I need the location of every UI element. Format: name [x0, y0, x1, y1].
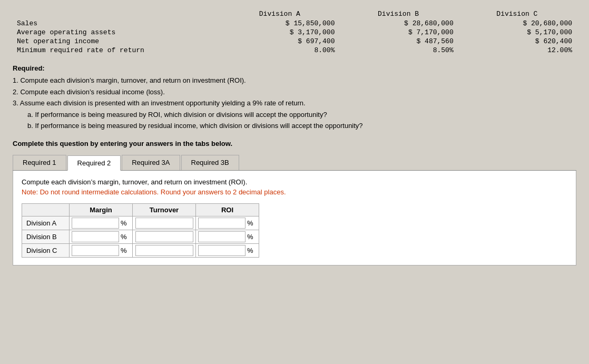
required-heading: Required:: [13, 64, 576, 72]
required-item-3b: b. If performance is being measured by r…: [27, 121, 576, 131]
table-row: Division B % %: [22, 230, 259, 243]
avg-assets-b: $ 7,170,000: [339, 28, 457, 37]
division-c-row-label: Division C: [22, 243, 70, 257]
required-item-3: 3. Assume each division is presented wit…: [13, 98, 576, 109]
min-rate-a: 8.00%: [220, 46, 339, 55]
table-row: Division C % %: [22, 243, 259, 257]
net-income-b: $ 487,560: [339, 37, 457, 46]
tabs-container: Required 1 Required 2 Required 3A Requir…: [13, 155, 576, 171]
division-c-turnover-input[interactable]: [135, 245, 193, 256]
sales-label: Sales: [13, 19, 220, 28]
division-b-roi-input-group: %: [198, 231, 257, 242]
col-header-turnover: Turnover: [133, 203, 196, 216]
col-header-margin: Margin: [70, 203, 133, 216]
division-a-roi-cell: %: [196, 216, 259, 230]
tab-required-2[interactable]: Required 2: [67, 155, 121, 171]
avg-assets-label: Average operating assets: [13, 28, 220, 37]
min-rate-b: 8.50%: [339, 46, 457, 55]
division-c-margin-cell: %: [70, 243, 133, 257]
net-income-c: $ 620,400: [458, 37, 576, 46]
division-c-roi-input-group: %: [198, 245, 257, 256]
division-c-roi-input[interactable]: [198, 245, 246, 256]
answer-table: Margin Turnover ROI Division A %: [22, 203, 259, 258]
col-header-empty: [22, 203, 70, 216]
division-a-margin-cell: %: [70, 216, 133, 230]
required-section: Required: 1. Compute each division’s mar…: [13, 64, 576, 131]
tab-required-3a[interactable]: Required 3A: [122, 155, 180, 170]
tab-note: Note: Do not round intermediate calculat…: [22, 188, 567, 196]
division-b-roi-input[interactable]: [198, 231, 246, 242]
min-rate-label: Minimum required rate of return: [13, 46, 220, 55]
division-b-margin-pct: %: [121, 233, 127, 241]
division-b-turnover-input[interactable]: [135, 231, 193, 242]
tab-instruction: Compute each division’s margin, turnover…: [22, 178, 567, 186]
tab-content: Compute each division’s margin, turnover…: [13, 171, 576, 265]
division-b-margin-cell: %: [70, 230, 133, 243]
division-c-margin-pct: %: [121, 247, 127, 254]
division-a-margin-pct: %: [121, 219, 127, 227]
division-a-turnover-input[interactable]: [135, 218, 193, 229]
col-header-roi: ROI: [196, 203, 259, 216]
division-a-roi-pct: %: [247, 219, 253, 227]
main-container: Division A Division B Division C Sales $…: [0, 0, 589, 364]
division-a-turnover-cell: [133, 216, 196, 230]
division-b-margin-input[interactable]: [72, 231, 119, 242]
data-table-section: Division A Division B Division C Sales $…: [13, 9, 576, 55]
division-c-margin-input[interactable]: [72, 245, 119, 256]
division-c-header: Division C: [458, 9, 576, 19]
tab-required-3b[interactable]: Required 3B: [181, 155, 239, 170]
table-row: Division A % %: [22, 216, 259, 230]
division-b-margin-input-group: %: [72, 231, 130, 242]
avg-assets-c: $ 5,170,000: [458, 28, 576, 37]
division-b-roi-pct: %: [247, 233, 253, 241]
division-a-roi-input[interactable]: [198, 218, 246, 229]
required-item-1: 1. Compute each division’s margin, turno…: [13, 75, 576, 86]
net-income-a: $ 697,400: [220, 37, 339, 46]
division-b-header: Division B: [339, 9, 457, 19]
net-income-label: Net operating income: [13, 37, 220, 46]
avg-assets-a: $ 3,170,000: [220, 28, 339, 37]
division-c-margin-input-group: %: [72, 245, 130, 256]
division-c-roi-cell: %: [196, 243, 259, 257]
division-a-row-label: Division A: [22, 216, 70, 230]
division-a-roi-input-group: %: [198, 218, 257, 229]
division-b-roi-cell: %: [196, 230, 259, 243]
required-item-2: 2. Compute each division’s residual inco…: [13, 87, 576, 97]
sales-b: $ 28,680,000: [339, 19, 457, 28]
complete-instruction: Complete this question by entering your …: [13, 140, 576, 147]
division-b-turnover-cell: [133, 230, 196, 243]
division-a-margin-input[interactable]: [72, 218, 119, 229]
min-rate-c: 12.00%: [458, 46, 576, 55]
division-c-turnover-cell: [133, 243, 196, 257]
tab-required-1[interactable]: Required 1: [13, 155, 66, 170]
financial-data-table: Division A Division B Division C Sales $…: [13, 9, 576, 55]
required-item-3a: a. If performance is being measured by R…: [27, 110, 576, 120]
division-a-header: Division A: [220, 9, 339, 19]
division-b-row-label: Division B: [22, 230, 70, 243]
division-c-roi-pct: %: [247, 247, 253, 254]
division-a-margin-input-group: %: [72, 218, 130, 229]
sales-a: $ 15,850,000: [220, 19, 339, 28]
sales-c: $ 20,680,000: [458, 19, 576, 28]
